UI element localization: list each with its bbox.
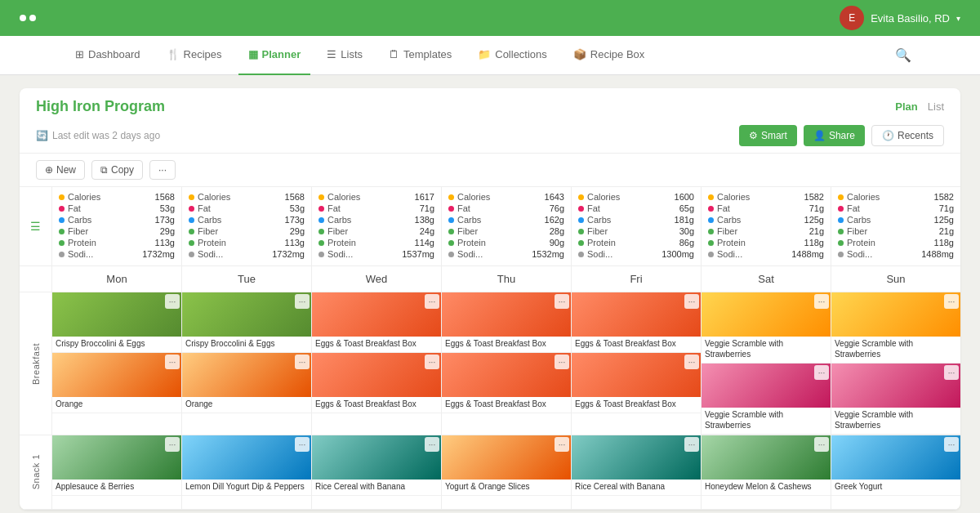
- food-more-button[interactable]: ···: [814, 365, 829, 380]
- list-toggle[interactable]: List: [928, 100, 944, 113]
- sodium-label: Sodi...: [847, 249, 918, 259]
- new-button[interactable]: ⊕ New: [36, 160, 85, 180]
- food-more-button[interactable]: ···: [165, 355, 180, 369]
- food-item: Greek Yogurt ···: [831, 435, 960, 496]
- sodium-label: Sodi...: [68, 249, 139, 259]
- chevron-down-icon: ▾: [956, 14, 960, 23]
- breakfast-cell-0: Crispy Broccolini & Eggs ··· Orange ···: [52, 292, 182, 435]
- food-item: Veggie Scramble with Strawberries ···: [831, 292, 960, 364]
- sodium-label: Sodi...: [587, 249, 658, 259]
- food-thumbnail: [52, 292, 181, 337]
- food-more-button[interactable]: ···: [814, 437, 829, 452]
- calories-label: Calories: [847, 192, 931, 202]
- stat-sodium-row: Sodi... 1532mg: [448, 249, 564, 259]
- food-more-button[interactable]: ···: [425, 294, 439, 309]
- search-button[interactable]: 🔍: [892, 44, 915, 66]
- stats-col-3: Calories 1643 Fat 76g Carbs 162g Fiber 2…: [442, 187, 572, 265]
- food-name: Honeydew Melon & Cashews: [702, 480, 831, 495]
- food-more-button[interactable]: ···: [684, 294, 699, 309]
- food-more-button[interactable]: ···: [165, 294, 180, 309]
- plus-icon: ⊕: [45, 164, 53, 176]
- sodium-dot: [189, 252, 194, 257]
- food-more-button[interactable]: ···: [684, 437, 699, 452]
- food-more-button[interactable]: ···: [944, 437, 959, 452]
- recents-button[interactable]: 🕐 Recents: [871, 125, 944, 146]
- stat-carbs-row: Carbs 125g: [708, 215, 824, 225]
- fiber-label: Fiber: [198, 226, 287, 236]
- food-item: Crispy Broccolini & Eggs ···: [182, 292, 311, 353]
- fiber-dot: [578, 229, 584, 234]
- smart-button[interactable]: ⚙ Smart: [739, 125, 797, 146]
- edit-timestamp: Last edit was 2 days ago: [52, 130, 160, 141]
- fiber-value: 28g: [550, 226, 564, 236]
- calories-dot: [318, 194, 324, 200]
- share-button[interactable]: 👤 Share: [804, 125, 865, 146]
- nav-planner[interactable]: ▦ Planner: [238, 36, 311, 75]
- carbs-value: 181g: [675, 215, 694, 225]
- food-item: Rice Cereal with Banana ···: [572, 435, 701, 496]
- nav-recipes[interactable]: 🍴 Recipes: [157, 36, 232, 75]
- food-thumbnail: [182, 353, 311, 397]
- copy-icon: ⧉: [100, 164, 108, 176]
- more-button[interactable]: ···: [149, 160, 176, 180]
- food-name: Eggs & Toast Breakfast Box: [572, 337, 701, 352]
- food-more-button[interactable]: ···: [425, 437, 439, 452]
- stat-fiber-row: Fiber 21g: [838, 226, 954, 236]
- food-item: Eggs & Toast Breakfast Box ···: [442, 353, 571, 413]
- sodium-dot: [838, 252, 844, 257]
- fat-label: Fat: [68, 203, 157, 213]
- stat-carbs-row: Carbs 173g: [59, 215, 175, 225]
- fat-label: Fat: [457, 203, 546, 213]
- food-more-button[interactable]: ···: [425, 355, 439, 369]
- carbs-value: 162g: [545, 215, 564, 225]
- calories-value: 1568: [285, 192, 305, 202]
- calories-label: Calories: [68, 192, 152, 202]
- day-header-fri: Fri: [572, 266, 702, 292]
- food-item: Eggs & Toast Breakfast Box ···: [312, 353, 441, 413]
- day-header-sat: Sat: [702, 266, 831, 292]
- fiber-label: Fiber: [327, 226, 416, 236]
- snack1-cell-1: Lemon Dill Yogurt Dip & Peppers ···: [182, 435, 312, 509]
- food-more-button[interactable]: ···: [555, 294, 569, 309]
- snack1-cell-5: Honeydew Melon & Cashews ···: [702, 435, 831, 509]
- sodium-label: Sodi...: [198, 249, 269, 259]
- food-more-button[interactable]: ···: [814, 294, 829, 309]
- nav-templates[interactable]: 🗒 Templates: [379, 36, 461, 75]
- nav-collections[interactable]: 📁 Collections: [468, 36, 557, 75]
- carbs-label: Carbs: [847, 215, 931, 225]
- food-more-button[interactable]: ···: [295, 437, 310, 452]
- stat-fiber-row: Fiber 28g: [448, 226, 564, 236]
- food-name: Crispy Broccolini & Eggs: [182, 337, 311, 352]
- plan-toggle[interactable]: Plan: [895, 100, 917, 113]
- food-item: Honeydew Melon & Cashews ···: [702, 435, 831, 496]
- snack1-cell-6: Greek Yogurt ···: [831, 435, 960, 509]
- day-header-sun: Sun: [831, 266, 960, 292]
- nav-dashboard[interactable]: ⊞ Dashboard: [65, 36, 150, 75]
- stat-sodium-row: Sodi... 1732mg: [59, 249, 175, 259]
- user-menu[interactable]: E Evita Basilio, RD ▾: [840, 6, 960, 30]
- food-more-button[interactable]: ···: [684, 355, 699, 369]
- food-more-button[interactable]: ···: [555, 437, 569, 452]
- food-more-button[interactable]: ···: [295, 294, 310, 309]
- food-more-button[interactable]: ···: [944, 294, 959, 309]
- copy-button[interactable]: ⧉ Copy: [91, 160, 143, 180]
- food-more-button[interactable]: ···: [295, 355, 310, 369]
- snack1-cell-4: Rice Cereal with Banana ···: [572, 435, 702, 509]
- stat-carbs-row: Carbs 138g: [318, 215, 434, 225]
- fiber-dot: [189, 229, 194, 234]
- stats-col-6: Calories 1582 Fat 71g Carbs 125g Fiber 2…: [831, 187, 960, 265]
- food-more-button[interactable]: ···: [555, 355, 569, 369]
- snack1-label: Snack 1: [31, 454, 41, 489]
- breakfast-cell-5: Veggie Scramble with Strawberries ··· Ve…: [702, 292, 831, 435]
- food-thumbnail: [702, 435, 831, 480]
- nav-recipebox[interactable]: 📦 Recipe Box: [564, 36, 654, 75]
- food-more-button[interactable]: ···: [165, 437, 180, 452]
- food-more-button[interactable]: ···: [944, 365, 959, 380]
- calories-label: Calories: [327, 192, 412, 202]
- nav-recipes-label: Recipes: [184, 48, 222, 60]
- calories-dot: [838, 194, 844, 200]
- snack1-cell-0: Applesauce & Berries ···: [52, 435, 182, 509]
- nav-lists[interactable]: ☰ Lists: [317, 36, 372, 75]
- carbs-value: 138g: [415, 215, 434, 225]
- app-logo[interactable]: [20, 15, 36, 21]
